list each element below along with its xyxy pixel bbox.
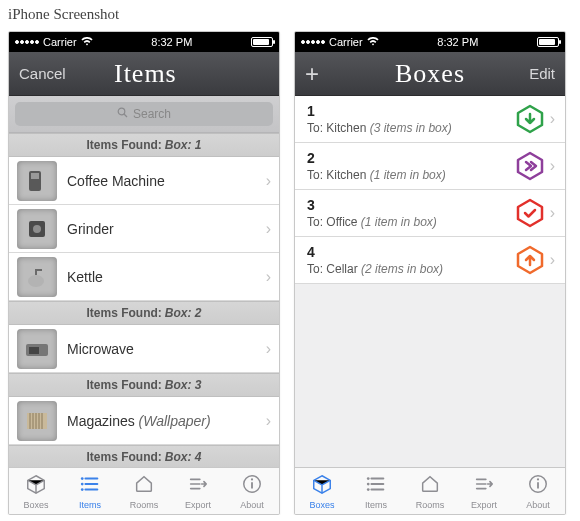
battery-icon: [537, 37, 559, 47]
svg-line-1: [124, 114, 127, 117]
edit-button[interactable]: Edit: [511, 65, 555, 82]
list-item[interactable]: Magazines (Wallpaper)›: [9, 397, 279, 445]
section-value: Box: 2: [165, 306, 202, 320]
box-row[interactable]: 2To: Kitchen (1 item in box)›: [295, 143, 565, 190]
section-header: Items Found:Box: 2: [9, 301, 279, 325]
item-thumbnail: [17, 401, 57, 441]
tab-label: Rooms: [130, 500, 159, 510]
svg-point-18: [81, 482, 84, 485]
list-item[interactable]: Coffee Machine›: [9, 157, 279, 205]
boxes-content[interactable]: 1To: Kitchen (3 items in box)›2To: Kitch…: [295, 96, 565, 467]
battery-icon: [251, 37, 273, 47]
add-button[interactable]: +: [305, 60, 349, 88]
section-label: Items Found:: [86, 378, 161, 392]
svg-point-0: [118, 108, 125, 115]
chevron-right-icon: ›: [266, 340, 271, 358]
chevron-right-icon: ›: [266, 172, 271, 190]
svg-point-6: [28, 275, 44, 287]
section-header: Items Found:Box: 4: [9, 445, 279, 467]
box-number: 4: [307, 244, 514, 260]
section-header: Items Found:Box: 3: [9, 373, 279, 397]
tab-label: About: [526, 500, 550, 510]
section-label: Items Found:: [86, 306, 161, 320]
box-number: 1: [307, 103, 514, 119]
export-icon: [186, 473, 210, 499]
cancel-button[interactable]: Cancel: [19, 65, 66, 82]
box-subtitle: To: Cellar (2 items in box): [307, 262, 514, 276]
clock: 8:32 PM: [437, 36, 478, 48]
tab-rooms[interactable]: Rooms: [117, 468, 171, 514]
box-number: 3: [307, 197, 514, 213]
box-status-icon: [514, 151, 546, 181]
tab-label: Items: [79, 500, 101, 510]
list-item[interactable]: Kettle›: [9, 253, 279, 301]
box-subtitle: To: Kitchen (3 items in box): [307, 121, 514, 135]
phone-left: Carrier 8:32 PM Cancel Items Search: [8, 31, 280, 515]
tab-export[interactable]: Export: [457, 468, 511, 514]
tab-bar: BoxesItemsRoomsExportAbout: [295, 467, 565, 514]
page-heading: iPhone Screenshot: [0, 6, 580, 31]
svg-point-25: [367, 488, 370, 491]
box-status-icon: [514, 104, 546, 134]
items-icon: [78, 473, 102, 499]
wifi-icon: [367, 36, 379, 48]
chevron-right-icon: ›: [550, 204, 555, 222]
svg-point-28: [537, 478, 539, 480]
tab-boxes[interactable]: Boxes: [9, 468, 63, 514]
nav-bar: Cancel Items: [9, 52, 279, 96]
box-row[interactable]: 3To: Office (1 item in box)›: [295, 190, 565, 237]
item-thumbnail: [17, 329, 57, 369]
item-label: Coffee Machine: [67, 173, 256, 189]
list-item[interactable]: Grinder›: [9, 205, 279, 253]
svg-rect-8: [29, 347, 39, 354]
section-header: Items Found:Box: 1: [9, 133, 279, 157]
search-input[interactable]: Search: [15, 102, 273, 126]
list-item[interactable]: Microwave›: [9, 325, 279, 373]
about-icon: [240, 473, 264, 499]
box-status-icon: [514, 245, 546, 275]
item-thumbnail: [17, 209, 57, 249]
svg-point-22: [251, 478, 253, 480]
tab-label: Export: [471, 500, 497, 510]
box-row[interactable]: 4To: Cellar (2 items in box)›: [295, 237, 565, 284]
box-subtitle: To: Kitchen (1 item in box): [307, 168, 514, 182]
section-label: Items Found:: [86, 138, 161, 152]
tab-label: Rooms: [416, 500, 445, 510]
chevron-right-icon: ›: [550, 157, 555, 175]
tab-bar: BoxesItemsRoomsExportAbout: [9, 467, 279, 514]
svg-point-24: [367, 482, 370, 485]
carrier: Carrier: [329, 36, 363, 48]
tab-export[interactable]: Export: [171, 468, 225, 514]
boxes-icon: [24, 473, 48, 499]
item-label: Grinder: [67, 221, 256, 237]
tab-items[interactable]: Items: [349, 468, 403, 514]
svg-point-23: [367, 477, 370, 480]
section-label: Items Found:: [86, 450, 161, 464]
clock: 8:32 PM: [151, 36, 192, 48]
chevron-right-icon: ›: [266, 220, 271, 238]
tab-about[interactable]: About: [225, 468, 279, 514]
boxes-icon: [310, 473, 334, 499]
carrier: Carrier: [43, 36, 77, 48]
box-row[interactable]: 1To: Kitchen (3 items in box)›: [295, 96, 565, 143]
tab-about[interactable]: About: [511, 468, 565, 514]
items-content[interactable]: Search Items Found:Box: 1Coffee Machine›…: [9, 96, 279, 467]
box-subtitle: To: Office (1 item in box): [307, 215, 514, 229]
item-label: Magazines (Wallpaper): [67, 413, 256, 429]
tab-rooms[interactable]: Rooms: [403, 468, 457, 514]
chevron-right-icon: ›: [266, 268, 271, 286]
tab-label: Items: [365, 500, 387, 510]
status-bar: Carrier 8:32 PM: [295, 32, 565, 52]
section-value: Box: 1: [165, 138, 202, 152]
item-thumbnail: [17, 161, 57, 201]
tab-label: Export: [185, 500, 211, 510]
svg-point-5: [33, 225, 41, 233]
box-number: 2: [307, 150, 514, 166]
rooms-icon: [132, 473, 156, 499]
items-icon: [364, 473, 388, 499]
tab-items[interactable]: Items: [63, 468, 117, 514]
nav-bar: + Boxes Edit: [295, 52, 565, 96]
tab-boxes[interactable]: Boxes: [295, 468, 349, 514]
section-value: Box: 3: [165, 378, 202, 392]
nav-title: Boxes: [395, 59, 465, 89]
